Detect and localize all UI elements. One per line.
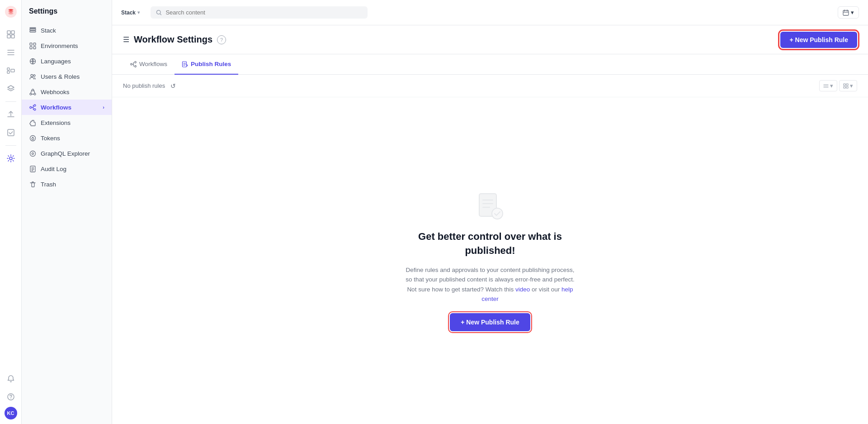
svg-point-33	[32, 152, 33, 154]
empty-state-title: Get better control over what is publishe…	[404, 230, 576, 258]
svg-point-45	[135, 65, 137, 67]
svg-point-44	[135, 61, 137, 63]
sidebar-title: Settings	[22, 7, 112, 23]
page-help-icon[interactable]: ?	[217, 35, 226, 44]
search-input[interactable]	[165, 9, 362, 16]
svg-rect-39	[843, 10, 849, 15]
svg-point-27	[32, 89, 33, 91]
refresh-button[interactable]: ↺	[170, 82, 176, 90]
svg-rect-55	[846, 84, 848, 86]
svg-rect-1	[7, 31, 10, 34]
stack-selector[interactable]: Stack ▾	[121, 10, 143, 16]
svg-rect-4	[11, 35, 14, 38]
svg-rect-3	[7, 35, 10, 38]
sidebar-item-extensions[interactable]: Extensions	[22, 115, 112, 130]
bell-icon[interactable]	[3, 371, 19, 387]
video-link[interactable]: video	[515, 286, 530, 293]
sidebar-label-workflows: Workflows	[41, 104, 71, 111]
empty-state: Get better control over what is publishe…	[112, 97, 868, 424]
sidebar-item-languages[interactable]: Languages	[22, 53, 112, 69]
filter-bar: No publish rules ↺ ▾	[112, 75, 868, 97]
hamburger-icon[interactable]: ☰	[123, 35, 129, 44]
calendar-icon	[843, 10, 849, 16]
sidebar: Settings Stack Environments	[22, 0, 112, 424]
no-rules-text: No publish rules	[123, 82, 165, 89]
sidebar-label-languages: Languages	[41, 58, 71, 65]
page-title: Workflow Settings	[134, 34, 212, 45]
sidebar-item-stack[interactable]: Stack	[22, 23, 112, 38]
list-view-chevron: ▾	[830, 82, 833, 89]
stack-name: Stack	[121, 10, 136, 16]
svg-point-14	[10, 398, 11, 399]
rail-divider-1	[5, 101, 16, 102]
sidebar-item-graphql[interactable]: GraphQL Explorer	[22, 146, 112, 161]
app-logo[interactable]	[4, 5, 18, 19]
tabs-bar: Workflows Publish Rules	[112, 54, 868, 75]
view-toggles: ▾ ▾	[819, 80, 857, 91]
search-bar[interactable]	[151, 6, 368, 19]
tab-workflows-label: Workflows	[139, 61, 167, 67]
users-icon	[29, 73, 36, 80]
languages-icon	[29, 57, 36, 65]
svg-point-32	[30, 151, 35, 156]
svg-rect-56	[844, 86, 845, 88]
svg-rect-17	[30, 28, 36, 29]
svg-point-63	[492, 208, 503, 219]
grid-view-toggle[interactable]: ▾	[839, 80, 857, 91]
page-header-left: ☰ Workflow Settings ?	[123, 34, 226, 45]
rail-divider-2	[5, 145, 16, 146]
svg-rect-18	[30, 43, 32, 45]
tab-publish-rules[interactable]: Publish Rules	[175, 54, 238, 75]
new-publish-rule-button-cta[interactable]: + New Publish Rule	[450, 313, 530, 331]
list-icon[interactable]	[3, 44, 19, 61]
user-avatar[interactable]: KC	[5, 407, 17, 419]
upload-icon[interactable]	[3, 106, 19, 123]
sidebar-item-audit-log[interactable]: Audit Log	[22, 161, 112, 176]
svg-rect-54	[844, 84, 845, 86]
svg-rect-15	[30, 29, 36, 30]
graphql-icon	[29, 150, 36, 157]
svg-rect-2	[11, 31, 14, 34]
svg-rect-8	[7, 68, 9, 70]
workflows-icon-sidebar	[29, 104, 36, 111]
sidebar-label-trash: Trash	[41, 181, 56, 188]
empty-state-description: Define rules and approvals to your conte…	[404, 265, 576, 304]
grid-view-chevron: ▾	[850, 82, 853, 89]
list-view-toggle[interactable]: ▾	[819, 80, 837, 91]
tab-workflows[interactable]: Workflows	[123, 54, 175, 75]
settings-icon[interactable]	[3, 150, 19, 167]
sidebar-item-users-roles[interactable]: Users & Roles	[22, 69, 112, 84]
dashboard-icon[interactable]	[3, 26, 19, 43]
icon-rail: KC	[0, 0, 22, 424]
search-icon	[156, 10, 162, 16]
new-publish-rule-button-header[interactable]: + New Publish Rule	[780, 32, 857, 48]
page-header: ☰ Workflow Settings ? + New Publish Rule	[112, 25, 868, 54]
sidebar-label-users: Users & Roles	[41, 73, 80, 80]
trash-icon	[29, 181, 36, 188]
help-circle-icon[interactable]	[3, 389, 19, 405]
sidebar-item-webhooks[interactable]: Webhooks	[22, 84, 112, 100]
svg-rect-10	[11, 69, 14, 72]
sidebar-item-tokens[interactable]: Tokens	[22, 130, 112, 146]
svg-rect-11	[8, 129, 14, 136]
calendar-button[interactable]: ▾	[838, 6, 859, 19]
sidebar-item-workflows[interactable]: Workflows ›	[22, 100, 112, 115]
audit-icon	[29, 165, 36, 172]
workflows-tab-icon	[130, 61, 137, 67]
tasks-icon[interactable]	[3, 124, 19, 141]
rail-bottom: KC	[3, 371, 19, 419]
calendar-chevron: ▾	[851, 9, 854, 16]
sidebar-label-environments: Environments	[41, 43, 78, 49]
sidebar-label-audit-log: Audit Log	[41, 166, 66, 172]
sidebar-item-environments[interactable]: Environments	[22, 38, 112, 53]
svg-rect-19	[33, 43, 36, 45]
sidebar-item-trash[interactable]: Trash	[22, 176, 112, 192]
sidebar-label-stack: Stack	[41, 27, 56, 34]
svg-point-31	[30, 135, 35, 141]
svg-rect-21	[33, 47, 36, 49]
svg-rect-16	[30, 31, 36, 32]
svg-point-30	[34, 109, 36, 110]
layers-icon[interactable]	[3, 81, 19, 97]
svg-point-29	[34, 105, 36, 106]
structure-icon[interactable]	[3, 62, 19, 79]
